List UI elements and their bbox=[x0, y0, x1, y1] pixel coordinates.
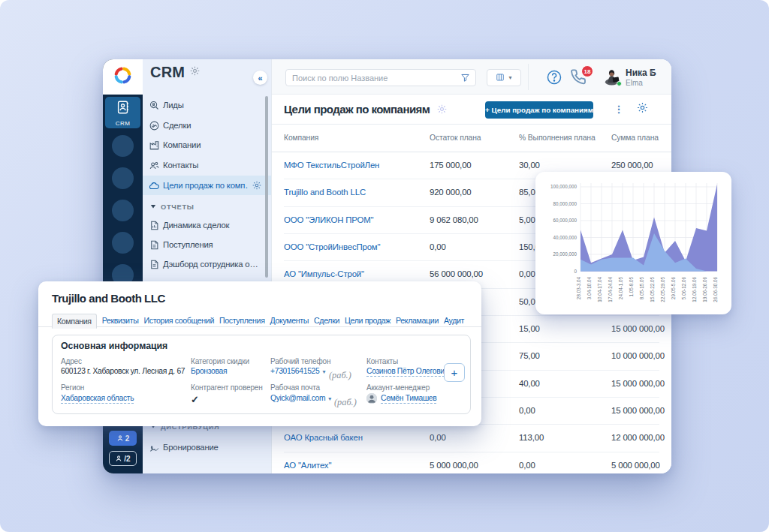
sidebar-item[interactable]: Поступления bbox=[143, 235, 267, 254]
email-chevron-icon: ▾ bbox=[328, 395, 331, 402]
sidebar-item[interactable]: Бронирование bbox=[143, 437, 267, 457]
more-options-kebab-icon[interactable]: ⋮ bbox=[614, 101, 624, 119]
sidebar-item-gear-icon[interactable] bbox=[252, 180, 262, 191]
cell-company-link[interactable]: ООО "ЭЛИКОН ПРОМ" bbox=[284, 215, 373, 224]
logo-cell[interactable] bbox=[103, 59, 143, 95]
company-tab[interactable]: Документы bbox=[270, 316, 309, 325]
company-tab[interactable]: Компания bbox=[52, 314, 97, 329]
cell-total-value: 15 000 000,00 bbox=[611, 324, 665, 333]
add-goal-button[interactable]: + Цели продаж по компаниям bbox=[485, 101, 593, 119]
doc-chart-icon bbox=[149, 220, 160, 231]
svg-text:20,000,000: 20,000,000 bbox=[553, 251, 577, 257]
phone-notification-badge: 18 bbox=[581, 65, 593, 77]
cell-company-link[interactable]: Trujillo and Booth LLC bbox=[284, 188, 366, 197]
sidebar-item[interactable]: Динамика сделок bbox=[143, 215, 267, 235]
company-tab[interactable]: Сделки bbox=[314, 316, 339, 325]
table-row[interactable]: АО "Алитех"5 000 000,000,005 000 000,00 bbox=[272, 452, 671, 473]
company-detail-card: Trujillo and Booth LLC КомпанияРеквизиты… bbox=[38, 281, 481, 426]
topbar: ▾ 18 bbox=[272, 59, 671, 95]
svg-text:29.05-5.06: 29.05-5.06 bbox=[671, 277, 676, 300]
rail-app-placeholder[interactable] bbox=[112, 232, 134, 254]
chevron-down-icon: ▾ bbox=[508, 74, 511, 81]
company-card-title: Trujillo and Booth LLC bbox=[52, 292, 165, 305]
contacts-label: Контакты bbox=[366, 357, 398, 365]
sidebar-item[interactable]: Контакты bbox=[143, 155, 267, 175]
cell-company-link[interactable]: ООО "СтройИнвесПром" bbox=[284, 242, 380, 251]
add-contact-button[interactable]: + bbox=[444, 363, 465, 382]
svg-text:0: 0 bbox=[574, 269, 577, 274]
company-tab[interactable]: Цели продаж bbox=[345, 316, 391, 325]
sidebar-item[interactable]: Сделки bbox=[143, 116, 267, 135]
table-settings-gear-icon[interactable] bbox=[636, 101, 649, 114]
rail-app-crm[interactable]: CRM bbox=[105, 97, 140, 128]
svg-text:22.05-29.05: 22.05-29.05 bbox=[660, 277, 665, 302]
area-chart: 020,000,00040,000,00060,000,00080,000,00… bbox=[535, 172, 731, 314]
user-org: Elma bbox=[626, 79, 643, 87]
phone-chevron-icon: ▾ bbox=[322, 368, 325, 375]
work-phone-note: (раб.) bbox=[329, 370, 351, 381]
sidebar-gear-icon[interactable] bbox=[189, 65, 201, 80]
sidebar-item[interactable]: Дэшборд сотрудника о… bbox=[143, 254, 267, 274]
view-mode-dropdown[interactable]: ▾ bbox=[487, 69, 521, 86]
manager-avatar bbox=[366, 393, 377, 404]
company-tab[interactable]: История сообщений bbox=[143, 316, 214, 325]
sidebar-header: CRM bbox=[150, 64, 201, 81]
rail-app-placeholder[interactable] bbox=[112, 167, 134, 189]
cell-company-link[interactable]: АО "Алитех" bbox=[284, 461, 331, 470]
search-box bbox=[285, 69, 476, 86]
sidebar-item-label: Контакты bbox=[163, 161, 198, 170]
contact-person-link[interactable]: Созинов Пётр Олегович bbox=[366, 367, 448, 377]
svg-text:100,000,000: 100,000,000 bbox=[550, 184, 578, 189]
search-input[interactable] bbox=[286, 74, 460, 83]
cell-percent-value: 75,00 bbox=[519, 351, 540, 360]
sidebar-collapse-button[interactable]: « bbox=[253, 71, 267, 85]
cell-rest-value: 9 062 080,00 bbox=[430, 215, 478, 224]
region-value[interactable]: Хабаровская область bbox=[61, 394, 134, 404]
manager-link[interactable]: Семён Тимашев bbox=[381, 394, 436, 404]
svg-text:26.06-30.06: 26.06-30.06 bbox=[713, 277, 718, 302]
presence-dot bbox=[617, 81, 622, 86]
user-menu-chevron-icon: ▾ bbox=[650, 68, 653, 76]
work-email-label: Рабочая почта bbox=[270, 383, 320, 392]
cell-percent-value: 0,00 bbox=[519, 406, 535, 415]
filter-funnel-icon[interactable] bbox=[460, 73, 470, 83]
sidebar-section-header[interactable]: ОТЧЕТЫ bbox=[143, 199, 271, 215]
sidebar-item-label: Сделки bbox=[163, 121, 191, 130]
rail-users-online-badge[interactable]: 2 bbox=[109, 431, 137, 446]
rail-app-placeholder[interactable] bbox=[112, 135, 134, 157]
cell-percent-value: 30,00 bbox=[519, 161, 540, 170]
sidebar-scrollbar[interactable] bbox=[265, 96, 268, 278]
column-header-rest[interactable]: Остаток плана bbox=[430, 134, 481, 142]
company-tab[interactable]: Аудит bbox=[444, 316, 464, 325]
sidebar-item[interactable]: Цели продаж по комп… bbox=[143, 176, 271, 195]
cell-rest-value: 0,00 bbox=[430, 242, 446, 251]
cell-rest-value: 175 000,00 bbox=[430, 161, 472, 170]
cell-rest-value: 5 000 000,00 bbox=[430, 461, 478, 470]
page-title-gear-icon[interactable] bbox=[436, 104, 448, 115]
rail-users-total-badge[interactable]: /2 bbox=[109, 451, 137, 466]
company-tab[interactable]: Реквизиты bbox=[102, 316, 139, 325]
work-email-value[interactable]: Qyick@mail.com▾ bbox=[270, 394, 331, 402]
help-button[interactable] bbox=[546, 69, 562, 86]
work-phone-value[interactable]: +73015641525▾ bbox=[270, 367, 325, 375]
cell-company-link[interactable]: ОАО Красный бакен bbox=[284, 433, 363, 442]
cell-rest-value: 0,00 bbox=[430, 433, 446, 442]
sidebar-item-label: Дэшборд сотрудника о… bbox=[163, 260, 258, 269]
rail-users-total-count: /2 bbox=[124, 455, 130, 463]
company-tab[interactable]: Поступления bbox=[219, 316, 265, 325]
sidebar-item[interactable]: Лиды bbox=[143, 95, 267, 115]
cell-company-link[interactable]: АО "Импульс-Строй" bbox=[284, 269, 364, 278]
sidebar-item[interactable]: Компании bbox=[143, 135, 267, 155]
doc-icon bbox=[149, 239, 160, 251]
column-header-percent[interactable]: % Выполнения плана bbox=[519, 134, 596, 142]
svg-text:15.05-22.05: 15.05-22.05 bbox=[650, 277, 655, 302]
company-tab[interactable]: Рекламации bbox=[396, 316, 439, 325]
svg-text:17.04-24.04: 17.04-24.04 bbox=[608, 277, 613, 302]
column-header-company[interactable]: Компания bbox=[284, 134, 318, 142]
cell-company-link[interactable]: МФО ТекстильСтройЛен bbox=[284, 161, 379, 170]
discount-value[interactable]: Бронзовая bbox=[191, 367, 227, 375]
column-header-total[interactable]: Сумма плана bbox=[611, 134, 659, 142]
info-section-title: Основная информация bbox=[61, 341, 167, 351]
rail-app-placeholder[interactable] bbox=[112, 200, 134, 221]
table-row[interactable]: ОАО Красный бакен0,00113,0012 000 000,00 bbox=[272, 425, 671, 452]
